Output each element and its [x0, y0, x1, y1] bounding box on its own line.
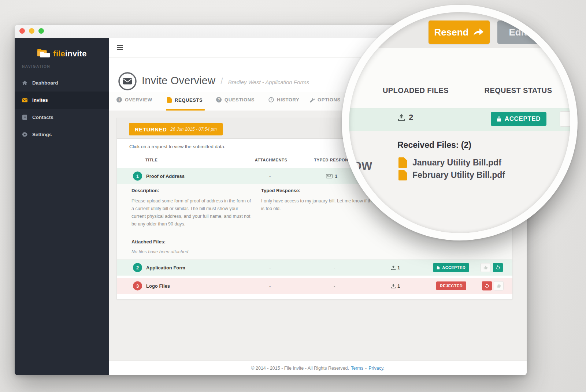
attachments-value: - — [269, 173, 271, 179]
magnifier-view: Resend Edit UPLOADED FILES REQUEST STATU… — [349, 12, 570, 233]
request-title: Application Form — [146, 265, 185, 270]
nav-section-label: NAVIGATION — [22, 64, 50, 68]
gear-icon — [22, 132, 27, 137]
sidebar-item-settings[interactable]: Settings — [15, 126, 109, 143]
breadcrumb: Bradley West - Application Forms — [228, 79, 309, 85]
breadcrumb-separator: / — [220, 76, 223, 86]
table-row[interactable]: 2 Application Form - - 1 — [117, 260, 512, 276]
upload-icon — [391, 265, 396, 270]
sidebar: fileinvite NAVIGATION Dashboard Invites — [15, 38, 109, 375]
edit-button[interactable]: Edit — [497, 20, 538, 44]
reject-button[interactable] — [481, 263, 490, 272]
lock-icon — [437, 265, 440, 270]
table-row[interactable]: 3 Logo Files - - 1 REJECTED — [117, 278, 512, 294]
magnifier-lens: Resend Edit UPLOADED FILES REQUEST STATU… — [342, 5, 578, 240]
logo-wordmark: fileinvite — [53, 49, 86, 59]
file-icon — [398, 170, 407, 180]
envelope-icon — [22, 97, 27, 103]
column-attachments: ATTACHMENTS — [249, 158, 293, 162]
accept-button[interactable] — [494, 281, 504, 291]
privacy-link[interactable]: Privacy. — [368, 366, 385, 371]
received-file-item[interactable]: February Utility Bill.pdf — [398, 170, 505, 180]
column-uploaded-files: UPLOADED FILES — [368, 86, 463, 95]
tab-requests[interactable]: REQUESTS — [167, 97, 203, 103]
sidebar-item-contacts[interactable]: Contacts — [15, 109, 109, 126]
sidebar-nav: Dashboard Invites Contacts Settings — [15, 74, 109, 143]
typed-responses-value: - — [334, 265, 335, 270]
clipped-magnified-text: OW — [353, 160, 372, 173]
wrench-icon — [309, 97, 315, 102]
resend-button[interactable]: Resend — [429, 20, 490, 44]
keyboard-icon — [326, 174, 333, 178]
undo-accept-button[interactable] — [493, 263, 503, 272]
typed-responses-value: - — [334, 283, 335, 289]
page-title: Invite Overview — [142, 75, 215, 87]
tab-overview[interactable]: i OVERVIEW — [116, 97, 152, 102]
zoom-window-icon[interactable] — [38, 28, 44, 34]
sidebar-item-invites[interactable]: Invites — [15, 92, 109, 109]
footer: © 2014 - 2015 - File Invite - All Rights… — [109, 361, 527, 375]
copyright-text: © 2014 - 2015 - File Invite - All Rights… — [251, 366, 349, 371]
status-badge-accepted[interactable]: ACCEPTED — [491, 112, 546, 126]
lock-icon — [497, 116, 501, 122]
status-badge-rejected[interactable]: REJECTED — [436, 281, 466, 290]
uploaded-files-value: 1 — [391, 283, 400, 289]
column-title: TITLE — [145, 158, 158, 162]
uploaded-files-count: 2 — [397, 113, 413, 122]
info-icon: i — [116, 97, 122, 102]
home-icon — [22, 80, 27, 86]
uploaded-files-value: 1 — [391, 265, 400, 270]
typed-responses-value: 1 — [326, 173, 337, 179]
description-label: Description: — [131, 188, 159, 193]
typed-response-label: Typed Response: — [261, 188, 300, 193]
invite-envelope-icon — [118, 72, 137, 91]
menu-toggle-icon[interactable] — [117, 45, 123, 51]
share-arrow-icon — [473, 28, 484, 37]
undo-reject-button[interactable] — [482, 281, 492, 291]
attached-files-label: Attached Files: — [131, 239, 166, 244]
sidebar-item-dashboard[interactable]: Dashboard — [15, 74, 109, 92]
document-icon — [167, 97, 172, 103]
status-banner-label: RETURNED — [135, 126, 167, 132]
file-icon — [398, 157, 407, 168]
row-number-badge: 3 — [133, 281, 142, 291]
request-title: Proof of Address — [146, 173, 185, 179]
attachments-value: - — [269, 265, 271, 270]
row-number-badge: 1 — [133, 172, 142, 181]
upload-icon — [391, 283, 396, 288]
tab-options[interactable]: OPTIONS — [309, 97, 341, 102]
received-file-item[interactable]: January Utility Bill.pdf — [398, 157, 501, 168]
table-hint: Click on a request to view the submitted… — [129, 144, 225, 149]
row-number-badge: 2 — [133, 263, 142, 272]
status-banner-date: 26 Jun 2015 - 07:54 pm — [170, 127, 217, 132]
attachments-value: - — [269, 283, 271, 289]
question-icon: ? — [216, 97, 222, 102]
folder-logo-icon — [37, 48, 51, 60]
request-title: Logo Files — [146, 283, 170, 289]
status-badge-accepted[interactable]: ACCEPTED — [433, 263, 469, 272]
received-files-heading: Received Files: (2) — [397, 140, 471, 150]
attached-files-empty: No files have been attached — [131, 249, 188, 254]
column-request-status: REQUEST STATUS — [471, 86, 566, 95]
tab-questions[interactable]: ? QUESTIONS — [216, 97, 255, 102]
status-banner: RETURNED 26 Jun 2015 - 07:54 pm — [129, 123, 223, 135]
contacts-icon — [22, 115, 27, 120]
clock-icon — [268, 97, 274, 102]
upload-icon — [397, 113, 405, 122]
terms-link[interactable]: Terms — [351, 366, 363, 371]
description-text: Please upload some form of proof of addr… — [131, 197, 251, 228]
minimize-window-icon[interactable] — [29, 28, 34, 34]
close-window-icon[interactable] — [19, 28, 25, 34]
typed-response-text: I only have access to my january bill. L… — [261, 197, 375, 213]
fileinvite-logo[interactable]: fileinvite — [15, 48, 109, 60]
tab-history[interactable]: HISTORY — [268, 97, 299, 102]
clipped-action-button[interactable] — [560, 111, 570, 127]
